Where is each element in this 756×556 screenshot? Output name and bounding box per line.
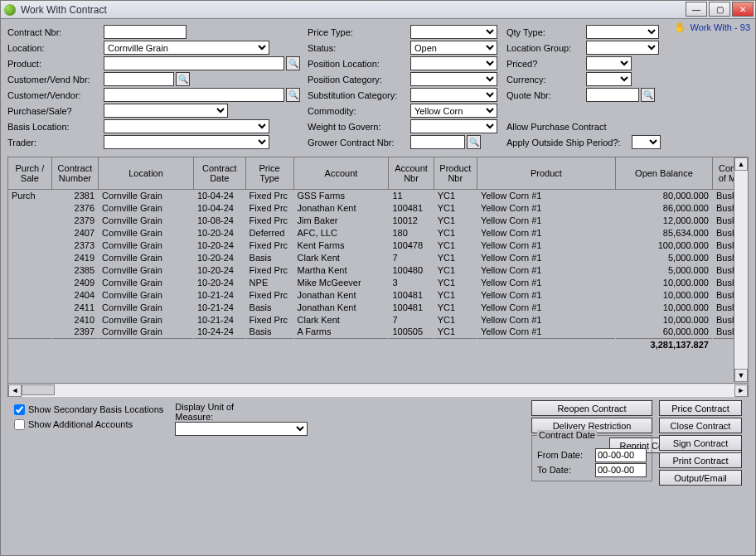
close-button[interactable]: ✕ — [732, 2, 754, 17]
quote-nbr-input[interactable] — [586, 88, 639, 102]
scroll-down-icon[interactable]: ▼ — [734, 369, 748, 382]
from-date-input[interactable] — [595, 448, 647, 462]
table-cell: 100481 — [389, 201, 434, 214]
table-cell: Basis — [245, 326, 293, 338]
table-row[interactable]: 2397Cornville Grain10-24-24BasisA Farms1… — [8, 326, 748, 338]
table-cell: Fixed Prc — [245, 214, 293, 226]
cust-vend-nbr-input[interactable] — [104, 72, 174, 86]
apply-outside-ship-select[interactable] — [632, 135, 661, 149]
table-cell: Basis — [245, 301, 293, 313]
location-select[interactable]: Cornville Grain — [104, 41, 269, 55]
minimize-button[interactable]: — — [686, 2, 707, 17]
grower-contract-nbr-input[interactable] — [410, 135, 465, 149]
table-cell — [8, 313, 51, 326]
product-lookup-button[interactable]: 🔍 — [286, 56, 300, 70]
table-cell: Basis — [245, 251, 293, 263]
to-date-label: To Date: — [537, 465, 595, 475]
table-cell: Jonathan Kent — [293, 301, 389, 313]
column-header[interactable]: Product — [477, 157, 615, 189]
contract-nbr-label: Contract Nbr: — [7, 27, 104, 37]
purchase-sale-select[interactable] — [104, 104, 228, 118]
table-cell: 10-08-24 — [193, 214, 245, 226]
display-uom-select[interactable] — [175, 422, 308, 436]
table-cell — [8, 301, 51, 313]
show-additional-accounts-checkbox[interactable] — [14, 419, 25, 430]
table-row[interactable]: 2411Cornville Grain10-21-24BasisJonathan… — [8, 301, 748, 313]
table-row[interactable]: Purch2381Cornville Grain10-04-24Fixed Pr… — [8, 189, 748, 201]
table-row[interactable]: 2385Cornville Grain10-20-24Fixed PrcMart… — [8, 263, 748, 276]
column-header[interactable]: Purch /Sale — [8, 157, 51, 189]
customer-vendor-input[interactable] — [104, 88, 284, 102]
show-secondary-basis-checkbox[interactable] — [14, 404, 25, 415]
priced-select[interactable] — [586, 56, 632, 70]
column-header[interactable]: ContractDate — [193, 157, 245, 189]
substitution-category-label: Substitution Category: — [308, 90, 410, 100]
customer-vendor-lookup-button[interactable]: 🔍 — [286, 88, 300, 102]
position-category-select[interactable] — [410, 72, 497, 86]
weight-to-govern-select[interactable] — [410, 119, 497, 133]
table-row[interactable]: 2409Cornville Grain10-20-24NPEMike McGee… — [8, 276, 748, 288]
table-cell: Yellow Corn #1 — [477, 326, 615, 338]
show-additional-accounts-label: Show Additional Accounts — [28, 419, 133, 429]
table-cell: 2376 — [51, 201, 98, 214]
table-cell — [8, 251, 51, 263]
cust-vend-nbr-lookup-button[interactable]: 🔍 — [176, 72, 190, 86]
price-contract-button[interactable]: Price Contract — [659, 400, 742, 416]
table-row[interactable]: 2404Cornville Grain10-21-24Fixed PrcJona… — [8, 288, 748, 301]
product-input[interactable] — [104, 56, 284, 70]
column-header[interactable]: AccountNbr — [389, 157, 434, 189]
position-location-select[interactable] — [410, 56, 497, 70]
column-header[interactable]: Location — [99, 157, 194, 189]
sign-contract-button[interactable]: Sign Contract — [659, 435, 742, 451]
status-text: Work With - 93 — [690, 22, 750, 32]
output-email-button[interactable]: Output/Email — [659, 470, 742, 486]
table-cell — [8, 276, 51, 288]
table-cell: Fixed Prc — [245, 263, 293, 276]
close-contract-button[interactable]: Close Contract — [659, 418, 742, 433]
grower-contract-nbr-lookup-button[interactable]: 🔍 — [467, 135, 481, 149]
column-header[interactable]: ContractNumber — [51, 157, 98, 189]
table-row[interactable]: 2379Cornville Grain10-08-24Fixed PrcJim … — [8, 214, 748, 226]
trader-select[interactable] — [104, 135, 269, 149]
table-cell: 10-04-24 — [193, 189, 245, 201]
table-cell: 10-21-24 — [193, 288, 245, 301]
scroll-left-icon[interactable]: ◄ — [8, 384, 22, 397]
maximize-button[interactable]: ▢ — [709, 2, 730, 17]
table-row[interactable]: 2373Cornville Grain10-20-24Fixed PrcKent… — [8, 239, 748, 251]
table-cell: 10-04-24 — [193, 201, 245, 214]
table-cell — [8, 288, 51, 301]
grid-vertical-scrollbar[interactable]: ▲ ▼ — [734, 157, 748, 382]
table-cell: Cornville Grain — [99, 263, 194, 276]
price-type-select[interactable] — [410, 25, 497, 39]
table-row[interactable]: 2376Cornville Grain10-04-24Fixed PrcJona… — [8, 201, 748, 214]
table-cell: A Farms — [293, 326, 389, 338]
qty-type-select[interactable] — [586, 25, 659, 39]
status-select[interactable]: Open — [410, 41, 497, 55]
column-header[interactable]: PriceType — [245, 157, 293, 189]
column-header[interactable]: Account — [293, 157, 389, 189]
print-contract-button[interactable]: Print Contract — [659, 452, 742, 468]
table-row[interactable]: 2410Cornville Grain10-21-24Fixed PrcClar… — [8, 313, 748, 326]
table-cell: NPE — [245, 276, 293, 288]
location-group-select[interactable] — [586, 41, 659, 55]
scroll-up-icon[interactable]: ▲ — [734, 157, 748, 171]
scroll-right-icon[interactable]: ► — [734, 384, 748, 397]
table-cell: 10,000.000 — [615, 288, 712, 301]
reopen-contract-button[interactable]: Reopen Contract — [531, 400, 652, 416]
currency-select[interactable] — [586, 72, 632, 86]
table-cell: Fixed Prc — [245, 288, 293, 301]
contract-nbr-input[interactable] — [104, 25, 187, 39]
grower-contract-nbr-label: Grower Contract Nbr: — [308, 138, 410, 147]
substitution-category-select[interactable] — [410, 88, 497, 102]
grid-horizontal-scrollbar[interactable]: ◄ ► — [8, 383, 748, 397]
table-row[interactable]: 2419Cornville Grain10-20-24BasisClark Ke… — [8, 251, 748, 263]
column-header[interactable]: ProductNbr — [434, 157, 477, 189]
to-date-input[interactable] — [595, 463, 647, 477]
scroll-thumb[interactable] — [22, 384, 55, 395]
column-header[interactable]: Open Balance — [615, 157, 712, 189]
table-row[interactable]: 2407Cornville Grain10-20-24DeferredAFC, … — [8, 226, 748, 239]
commodity-select[interactable]: Yellow Corn — [410, 104, 497, 118]
table-cell: YC1 — [434, 201, 477, 214]
basis-location-select[interactable] — [104, 119, 269, 133]
quote-nbr-lookup-button[interactable]: 🔍 — [641, 88, 655, 102]
